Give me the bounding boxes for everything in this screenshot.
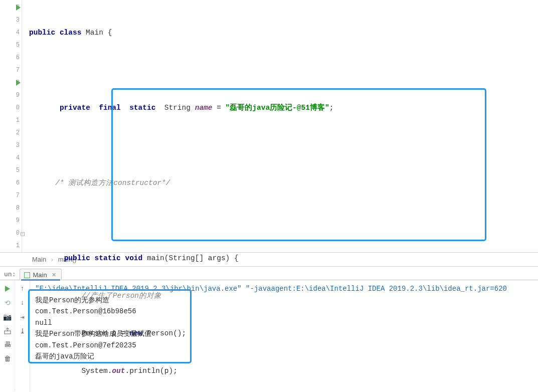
trash-icon[interactable]: 🗑 (3, 354, 12, 363)
run-toolbar-inner: ↑ ↓ ⇥ ⤓ (15, 280, 30, 391)
console-line: com.Test.Person@16b98e56 (35, 306, 538, 317)
close-icon[interactable]: ✕ (52, 272, 56, 278)
run-toolbar-left: ⟲ 📷 🖶 🗑 (0, 280, 15, 391)
code-editor[interactable]: public class Main { private final static… (22, 0, 538, 252)
console-line: 我是Person带参构造给成员变量赋值 (35, 328, 538, 340)
run-panel-label: un: (1, 270, 20, 280)
run-tab-label: Main (33, 271, 47, 279)
console-line: 磊哥的java历险记 (35, 351, 538, 362)
run-gutter-icon[interactable] (16, 80, 21, 86)
run-gutter-icon[interactable] (16, 5, 21, 11)
scroll-to-end-icon[interactable]: ⤓ (18, 326, 27, 335)
up-arrow-icon[interactable]: ↑ (18, 284, 27, 293)
console-line: 我是Person的无参构造 (35, 295, 538, 306)
line-number-gutter: 2 3 4 5 6 7 8 9 0 1 2 3 4 5 6 7 8 9 0− 1 (0, 0, 22, 252)
soft-wrap-icon[interactable]: ⇥ (18, 312, 27, 321)
console-line: null (35, 317, 538, 329)
console-line: com.Test.Person@7ef20235 (35, 340, 538, 351)
console-command-line: "E:\idea\IntelliJ IDEA 2019.2.3\jbr\bin\… (35, 283, 538, 295)
export-icon[interactable] (3, 326, 12, 335)
run-tab[interactable]: Main ✕ (20, 269, 61, 280)
camera-icon[interactable]: 📷 (3, 312, 12, 321)
print-icon[interactable]: 🖶 (3, 340, 12, 349)
run-icon[interactable] (3, 284, 12, 293)
application-icon (24, 272, 30, 278)
debug-icon[interactable]: ⟲ (3, 298, 12, 307)
down-arrow-icon[interactable]: ↓ (18, 298, 27, 307)
console-output[interactable]: "E:\idea\IntelliJ IDEA 2019.2.3\jbr\bin\… (30, 280, 538, 391)
